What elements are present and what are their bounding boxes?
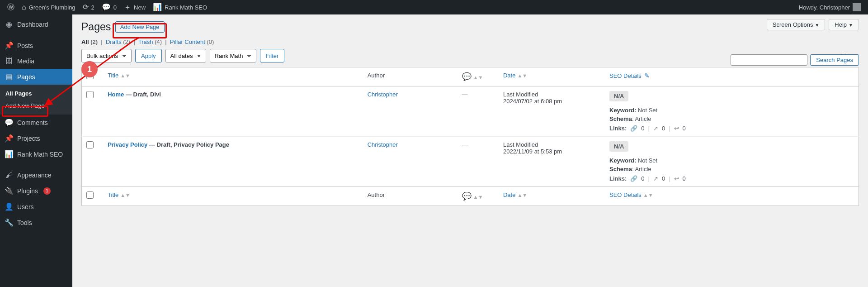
wordpress-icon: ⓦ [7,4,14,11]
menu-projects[interactable]: 📌Projects [0,130,72,146]
sort-icon: ▲▼ [517,192,527,198]
col-comments-foot[interactable]: 💬▲▼ [458,187,499,206]
updates[interactable]: ⟳2 [79,0,98,14]
comment-icon: 💬 [5,118,14,127]
row-date: Last Modified2022/11/09 at 5:53 pm [499,137,605,187]
dashboard-icon: ◉ [5,20,14,29]
author-link[interactable]: Christopher [368,91,398,98]
menu-media-label: Media [17,57,34,65]
help-label: Help [835,21,847,28]
user-icon: 👤 [5,202,14,211]
external-link-icon: ↗ [653,125,658,132]
menu-appearance[interactable]: 🖌Appearance [0,167,72,183]
menu-tools[interactable]: 🔧Tools [0,215,72,215]
comment-icon: 💬 [462,192,472,201]
row-seo: N/AKeyword: Not SetSchema: ArticleLinks:… [605,137,859,187]
col-title[interactable]: Title▲▼ [103,67,363,86]
filter-pillar[interactable]: Pillar Content (0) [170,38,214,45]
col-seo-foot[interactable]: SEO Details▲▼ [605,187,859,206]
sort-icon: ▲▼ [120,73,130,78]
filter-all[interactable]: All (2) [81,38,98,45]
search-button[interactable]: Search Pages [810,54,859,66]
menu-media[interactable]: 🖼Media [0,53,72,69]
sort-icon: ▲▼ [120,192,130,198]
chevron-down-icon: ▼ [849,23,853,28]
menu-projects-label: Projects [17,135,40,142]
chart-icon: 📊 [5,150,14,158]
new-label: New [134,4,146,11]
col-date-foot[interactable]: Date▲▼ [499,187,605,206]
row-title-link[interactable]: Home [108,91,124,98]
rankmath-label: Rank Math SEO [165,4,207,11]
menu-users-label: Users [17,203,34,210]
author-link[interactable]: Christopher [368,141,398,148]
my-account[interactable]: Howdy, Christopher [795,0,864,14]
rankmath-filter-select[interactable]: Rank Math [210,49,256,62]
post-state: — Draft, Privacy Policy Page [147,141,229,148]
row-seo: N/AKeyword: Not SetSchema: ArticleLinks:… [605,86,859,137]
screen-options-button[interactable]: Screen Options▼ [767,19,826,30]
col-comments[interactable]: 💬▲▼ [458,67,499,86]
row-comments: — [458,137,499,187]
external-link-icon: ↗ [653,175,658,182]
page-icon: ▤ [5,72,14,81]
updates-count: 2 [91,4,94,11]
col-author[interactable]: Author [363,67,458,86]
menu-pages-label: Pages [17,73,35,81]
table-row: Privacy Policy — Draft, Privacy Policy P… [82,137,859,187]
home-icon: ⌂ [22,4,26,11]
comment-icon: 💬 [102,4,111,11]
filter-button[interactable]: Filter [260,49,285,62]
incoming-link-icon: ↩ [674,125,679,132]
plugin-icon: 🔌 [5,187,14,195]
plugins-update-badge: 1 [43,187,51,195]
menu-rankmath-label: Rank Math SEO [17,151,63,158]
comments-link[interactable]: 💬0 [98,0,120,14]
help-button[interactable]: Help▼ [829,19,859,30]
row-checkbox[interactable] [86,141,94,148]
link-icon: 🔗 [630,125,637,132]
screen-options-label: Screen Options [773,21,813,28]
filter-drafts[interactable]: Drafts (2) [106,38,130,45]
select-all-checkbox-bottom[interactable] [86,191,94,199]
brush-icon: 🖌 [5,171,14,179]
incoming-link-icon: ↩ [674,175,679,182]
menu-comments[interactable]: 💬Comments [0,115,72,130]
menu-pages[interactable]: ▤Pages [0,69,72,85]
pin-icon: 📌 [5,134,14,143]
admin-bar: ⓦ ⌂Green's Plumbing ⟳2 💬0 ＋New 📊Rank Mat… [0,0,868,14]
wp-logo[interactable]: ⓦ [4,0,18,14]
row-checkbox[interactable] [86,91,94,98]
col-title-foot[interactable]: Title▲▼ [103,187,363,206]
sort-icon: ▲▼ [473,194,483,200]
search-input[interactable] [731,54,807,66]
bulk-actions-select[interactable]: Bulk actions [81,49,132,62]
rankmath-link[interactable]: 📊Rank Math SEO [149,0,211,14]
col-date[interactable]: Date▲▼ [499,67,605,86]
menu-plugins[interactable]: 🔌Plugins1 [0,183,72,199]
select-all-checkbox[interactable] [86,72,94,79]
menu-posts-label: Posts [17,42,33,49]
site-name[interactable]: ⌂Green's Plumbing [18,0,79,14]
submenu-add-new-page[interactable]: Add New Page [0,100,72,112]
menu-dashboard[interactable]: ◉Dashboard [0,16,72,32]
row-date: Last Modified2024/07/02 at 6:08 pm [499,86,605,137]
col-seo[interactable]: SEO Details✎ [605,67,859,86]
menu-rankmath[interactable]: 📊Rank Math SEO [0,146,72,162]
refresh-icon: ⟳ [83,4,89,11]
row-title-link[interactable]: Privacy Policy [108,141,147,148]
submenu-all-pages[interactable]: All Pages [0,87,72,100]
page-title: Pages [81,21,111,33]
pin-icon: 📌 [5,41,14,50]
col-author-foot[interactable]: Author [363,187,458,206]
add-new-page-button[interactable]: Add New Page [115,21,165,33]
new-content[interactable]: ＋New [120,0,149,14]
sort-icon: ▲▼ [643,192,653,198]
menu-posts[interactable]: 📌Posts [0,38,72,53]
filter-trash[interactable]: Trash (4) [138,38,162,45]
apply-button[interactable]: Apply [135,49,162,62]
menu-users[interactable]: 👤Users [0,199,72,215]
date-filter-select[interactable]: All dates [165,49,206,62]
sort-icon: ▲▼ [473,75,483,80]
pencil-icon: ✎ [644,72,650,79]
